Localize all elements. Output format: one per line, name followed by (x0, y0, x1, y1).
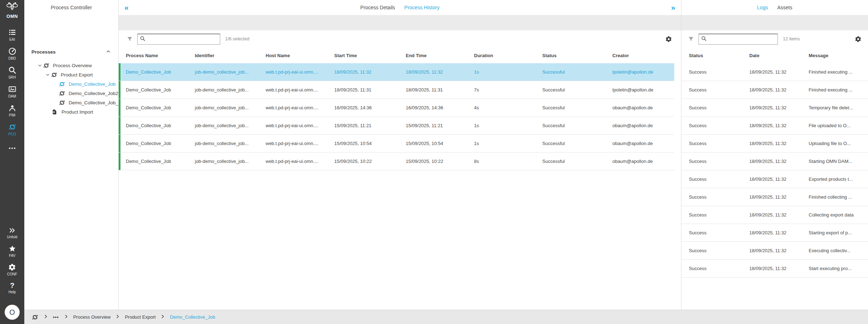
breadcrumb-bar: ••• Process Overview Product Export Demo… (24, 310, 868, 324)
table-cell: Demo_Collective_Job (126, 141, 195, 146)
log-row[interactable]: Success18/09/2025, 11:32Uploading file t… (681, 135, 868, 153)
log-row[interactable]: Success18/09/2025, 11:32File uploaded to… (681, 117, 868, 135)
process-search-input[interactable] (147, 34, 218, 44)
log-row[interactable]: Success18/09/2025, 11:32Start executing … (681, 260, 868, 278)
table-cell: 15/09/2025, 10:54 (334, 141, 406, 146)
tree-item-label: Process Overview (53, 63, 92, 68)
table-cell: Success (689, 87, 749, 93)
process-row[interactable]: Demo_Collective_Jobjob-demo_collective_j… (119, 117, 674, 135)
logs-search-input[interactable] (709, 34, 775, 44)
breadcrumb-item-demo-collective-job[interactable]: Demo_Collective_Job (170, 314, 215, 320)
rail-item-srh[interactable]: SRH (8, 66, 16, 79)
log-row[interactable]: Success18/09/2025, 11:32Exported product… (681, 170, 868, 188)
process-row[interactable]: Demo_Collective_Jobjob-demo_collective_j… (119, 153, 674, 170)
tree-item-product-export[interactable]: Product Export (24, 70, 118, 79)
tree-item-product-import[interactable]: Product Import (24, 107, 118, 116)
rail-more-button[interactable] (8, 147, 16, 150)
tab-assets[interactable]: Assets (777, 5, 792, 10)
tree-item-demo-collective-job[interactable]: Demo_Collective_Job (24, 79, 118, 89)
table-cell: 18/09/2025, 11:32 (749, 212, 809, 218)
collapse-panel-icon[interactable]: « (124, 4, 129, 11)
log-row[interactable]: Success18/09/2025, 11:32Temporary file d… (681, 99, 868, 117)
more-dots-icon (8, 147, 16, 150)
process-row[interactable]: Demo_Collective_Jobjob-demo_collective_j… (119, 63, 674, 81)
rail-item-fav[interactable]: FAV (8, 245, 16, 258)
tab-process-history[interactable]: Process History (404, 5, 439, 10)
column-header[interactable]: Process Name (126, 53, 195, 58)
breadcrumb-overflow[interactable]: ••• (53, 314, 59, 320)
omn-logo[interactable]: OMN (5, 2, 19, 19)
rail-item-conf[interactable]: CONF (7, 263, 17, 276)
filter-icon[interactable] (127, 36, 133, 42)
rail-item-unfold[interactable]: Unfold (7, 227, 18, 239)
chevron-down-icon[interactable] (44, 72, 51, 78)
log-row[interactable]: Success18/09/2025, 11:32Finished collect… (681, 188, 868, 206)
process-row[interactable]: Demo_Collective_Jobjob-demo_collective_j… (119, 99, 674, 117)
chevron-up-icon (105, 49, 111, 55)
table-cell: 18/09/2025, 11:31 (406, 87, 474, 93)
rail-item-dbd[interactable]: DBD (8, 47, 16, 60)
column-header[interactable]: Status (542, 53, 612, 58)
table-cell: lpoletin@apollon.de (612, 87, 674, 93)
processes-section-header[interactable]: Processes (24, 46, 118, 57)
sidebar: Process Controller Processes Process Ove… (24, 0, 118, 310)
table-cell: 18/09/2025, 11:32 (334, 69, 406, 75)
search-icon (8, 66, 16, 74)
person-icon (8, 104, 16, 112)
log-row[interactable]: Success18/09/2025, 11:32Executing collec… (681, 242, 868, 260)
table-settings-gear-icon[interactable] (665, 36, 672, 43)
table-cell: Successful (542, 159, 612, 164)
tab-process-details[interactable]: Process Details (360, 5, 395, 10)
rail-item-help[interactable]: ? Help (9, 282, 16, 294)
rail-item-pco[interactable]: PCO (8, 123, 16, 136)
tree-item-process-overview[interactable]: Process Overview (24, 61, 118, 70)
rail-item-pim[interactable]: PIM (8, 104, 16, 117)
user-avatar[interactable]: O (5, 305, 20, 320)
breadcrumb-item-product-export[interactable]: Product Export (125, 314, 156, 320)
breadcrumb-item-process-overview[interactable]: Process Overview (73, 314, 111, 320)
search-icon (140, 36, 146, 43)
process-row[interactable]: Demo_Collective_Jobjob-demo_collective_j… (119, 135, 674, 153)
column-header[interactable]: Status (689, 53, 749, 58)
process-icon[interactable] (31, 314, 39, 321)
tree-item-label: Demo_Collective_Job_ (69, 100, 118, 105)
table-cell: job-demo_collective_job... (195, 123, 266, 128)
table-cell: File uploaded to O... (809, 123, 868, 128)
tab-logs[interactable]: Logs (757, 5, 768, 10)
table-cell: 1s (474, 69, 542, 75)
table-cell: Success (689, 159, 749, 164)
table-cell: Success (689, 123, 749, 128)
process-row[interactable]: Demo_Collective_Jobjob-demo_collective_j… (119, 81, 674, 99)
filter-icon[interactable] (688, 36, 694, 42)
main-panel: « Process Details Process History » 1/6 … (119, 0, 681, 310)
column-header[interactable]: Date (749, 53, 809, 58)
tree-item-demo-collective-job3[interactable]: Demo_Collective_Job_ (24, 98, 118, 107)
column-header[interactable]: Duration (474, 53, 542, 58)
rail-item-eai[interactable]: EAI (8, 28, 16, 41)
table-cell: Uploading file to O... (809, 141, 868, 146)
table-cell: Successful (542, 87, 612, 93)
table-cell: job-demo_collective_job... (195, 105, 266, 110)
row-success-indicator (119, 63, 120, 81)
column-header[interactable]: Start Time (334, 53, 406, 58)
expand-panel-icon[interactable]: » (671, 4, 675, 11)
column-header[interactable]: Creator (612, 53, 674, 58)
column-header[interactable]: End Time (406, 53, 474, 58)
column-header[interactable]: Identifier (195, 53, 266, 58)
table-cell: Success (689, 194, 749, 200)
logs-settings-gear-icon[interactable] (855, 36, 862, 43)
table-cell: 18/09/2025, 11:32 (749, 176, 809, 182)
log-row[interactable]: Success18/09/2025, 11:32Finished executi… (681, 63, 868, 81)
table-cell: 15/09/2025, 11:21 (334, 123, 406, 128)
tree-item-demo-collective-job2[interactable]: Demo_Collective_Job2 (24, 89, 118, 98)
column-header[interactable]: Host Name (266, 53, 334, 58)
log-row[interactable]: Success18/09/2025, 11:32Starting OMN DAM… (681, 153, 868, 170)
log-row[interactable]: Success18/09/2025, 11:32Collecting expor… (681, 206, 868, 224)
log-row[interactable]: Success18/09/2025, 11:32Starting export … (681, 224, 868, 242)
column-header[interactable]: Message (809, 53, 868, 58)
chevron-down-icon[interactable] (36, 63, 43, 68)
log-row[interactable]: Success18/09/2025, 11:32Finished executi… (681, 81, 868, 99)
app-rail: OMN EAI DBD SRH DAM (0, 0, 24, 324)
rail-item-dam[interactable]: DAM (8, 85, 16, 98)
image-icon (8, 85, 16, 93)
